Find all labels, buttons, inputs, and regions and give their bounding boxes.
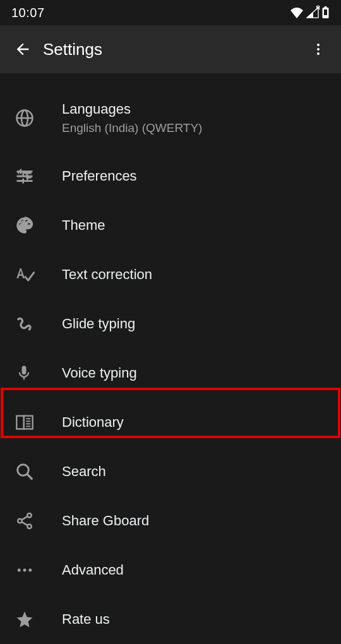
svg-rect-21 — [16, 416, 24, 429]
settings-item-text-correction[interactable]: Text correction — [0, 250, 341, 299]
item-title: Glide typing — [62, 316, 135, 332]
wifi-icon — [290, 7, 304, 18]
settings-item-voice-typing[interactable]: Voice typing — [0, 349, 341, 398]
item-title: Dictionary — [62, 414, 124, 431]
settings-item-theme[interactable]: Theme — [0, 201, 341, 250]
svg-line-33 — [21, 522, 27, 526]
more-vert-icon — [311, 42, 326, 57]
svg-point-30 — [18, 519, 22, 523]
svg-point-34 — [18, 569, 21, 572]
item-title: Search — [62, 463, 106, 480]
svg-line-32 — [21, 516, 27, 520]
globe-icon — [15, 109, 34, 128]
svg-rect-16 — [22, 179, 24, 184]
svg-point-35 — [23, 569, 27, 572]
svg-point-29 — [27, 513, 32, 518]
app-bar: Settings — [0, 25, 341, 73]
back-button[interactable] — [8, 34, 38, 64]
svg-rect-2 — [324, 9, 327, 15]
book-icon — [15, 414, 34, 431]
settings-item-search[interactable]: Search — [0, 447, 341, 496]
search-icon — [15, 462, 34, 481]
svg-point-4 — [317, 48, 320, 51]
svg-point-5 — [317, 52, 320, 55]
settings-item-preferences[interactable]: Preferences — [0, 152, 341, 201]
svg-rect-14 — [27, 174, 28, 179]
item-title: Voice typing — [62, 365, 137, 381]
item-title: Rate us — [62, 611, 110, 628]
page-title: Settings — [43, 40, 303, 59]
dots-icon — [15, 561, 34, 580]
item-title: Text correction — [62, 266, 152, 283]
arrow-back-icon — [14, 40, 32, 58]
svg-point-20 — [28, 224, 30, 227]
settings-item-advanced[interactable]: Advanced — [0, 546, 341, 595]
glide-icon — [15, 314, 34, 333]
svg-rect-1 — [325, 6, 327, 8]
status-icons: R — [290, 6, 330, 19]
svg-point-18 — [22, 220, 25, 223]
sliders-icon — [15, 167, 34, 186]
svg-rect-15 — [17, 180, 33, 182]
item-title: Preferences — [62, 168, 137, 184]
settings-item-languages[interactable]: Languages English (India) (QWERTY) — [0, 85, 341, 152]
mic-icon — [15, 364, 33, 383]
svg-point-31 — [27, 525, 32, 529]
item-title: Theme — [62, 217, 105, 234]
settings-list: Languages English (India) (QWERTY) Prefe… — [0, 73, 341, 644]
overflow-menu-button[interactable] — [303, 34, 333, 64]
item-title: Languages — [62, 101, 202, 117]
svg-rect-12 — [20, 169, 22, 174]
item-subtitle: English (India) (QWERTY) — [62, 121, 202, 135]
share-icon — [15, 511, 34, 530]
star-icon — [15, 610, 34, 629]
text-check-icon — [15, 265, 35, 284]
settings-item-glide-typing[interactable]: Glide typing — [0, 299, 341, 349]
signal-icon: R — [306, 7, 319, 18]
svg-rect-11 — [17, 170, 33, 172]
settings-item-rate-us[interactable]: Rate us — [0, 595, 341, 644]
svg-point-17 — [20, 224, 22, 226]
status-time: 10:07 — [11, 6, 45, 20]
status-bar: 10:07 R — [0, 0, 341, 25]
palette-icon — [15, 216, 34, 235]
svg-point-19 — [26, 221, 28, 224]
item-title: Share Gboard — [62, 513, 149, 529]
svg-point-36 — [28, 569, 32, 572]
battery-icon — [321, 6, 330, 19]
screen: 10:07 R Settings — [0, 0, 341, 644]
settings-item-share-gboard[interactable]: Share Gboard — [0, 496, 341, 546]
svg-line-28 — [27, 474, 32, 479]
settings-item-dictionary[interactable]: Dictionary — [0, 398, 341, 447]
svg-point-3 — [317, 44, 320, 46]
item-title: Advanced — [62, 562, 124, 578]
svg-rect-13 — [17, 176, 33, 177]
